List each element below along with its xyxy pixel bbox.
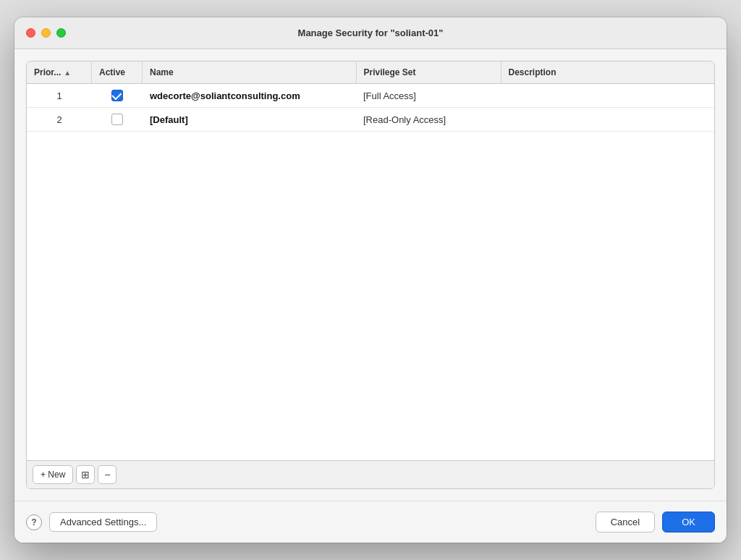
window-title: Manage Security for "soliant-01" [298, 27, 444, 38]
footer-right: Cancel OK [596, 512, 715, 533]
security-table-container: Prior... ▲ Active Name Privilege Set Des… [26, 61, 715, 489]
sort-arrow-icon: ▲ [64, 69, 71, 77]
priority-value-2: 2 [56, 114, 62, 125]
cell-priority-1: 1 [27, 85, 92, 107]
col-header-description[interactable]: Description [501, 61, 715, 83]
main-window: Manage Security for "soliant-01" Prior..… [14, 17, 727, 543]
checkbox-checked-icon[interactable] [111, 90, 123, 101]
advanced-settings-button[interactable]: Advanced Settings... [49, 512, 157, 532]
col-header-privilege[interactable]: Privilege Set [357, 61, 501, 83]
table-header: Prior... ▲ Active Name Privilege Set Des… [27, 61, 714, 84]
cell-active-2[interactable] [92, 108, 143, 131]
col-header-name[interactable]: Name [143, 61, 357, 83]
cell-name-2: [Default] [143, 109, 356, 131]
table-row[interactable]: 2 [Default] [Read-Only Access] [27, 108, 714, 132]
ok-button[interactable]: OK [662, 512, 715, 533]
name-value-2: [Default] [150, 114, 188, 125]
traffic-lights [26, 28, 66, 38]
footer: ? Advanced Settings... Cancel OK [14, 501, 727, 543]
col-header-name-label: Name [150, 67, 174, 77]
table-toolbar: + New ⊞ − [27, 460, 714, 488]
minimize-button[interactable] [41, 28, 51, 38]
col-header-active-label: Active [99, 67, 125, 77]
duplicate-icon: ⊞ [81, 469, 90, 480]
col-header-description-label: Description [509, 67, 556, 77]
duplicate-button[interactable]: ⊞ [76, 465, 95, 484]
remove-icon: − [104, 469, 110, 480]
privilege-value-2: [Read-Only Access] [363, 114, 446, 125]
cancel-button[interactable]: Cancel [596, 512, 655, 533]
close-button[interactable] [26, 28, 35, 38]
window-content: Prior... ▲ Active Name Privilege Set Des… [14, 49, 727, 501]
cell-priority-2: 2 [27, 109, 92, 131]
cell-name-1: wdecorte@soliantconsulting.com [143, 85, 356, 107]
col-header-priority[interactable]: Prior... ▲ [27, 61, 92, 83]
titlebar: Manage Security for "soliant-01" [14, 17, 727, 49]
col-header-active[interactable]: Active [92, 61, 143, 83]
table-body: 1 wdecorte@soliantconsulting.com [Full A… [27, 84, 714, 460]
privilege-value-1: [Full Access] [363, 90, 416, 101]
name-value-1: wdecorte@soliantconsulting.com [150, 90, 300, 101]
col-header-privilege-label: Privilege Set [364, 67, 416, 77]
priority-value-1: 1 [56, 90, 62, 101]
cell-description-1 [501, 90, 714, 101]
new-button[interactable]: + New [33, 465, 73, 484]
cell-privilege-2: [Read-Only Access] [356, 109, 501, 131]
footer-left: ? Advanced Settings... [26, 512, 157, 532]
help-button[interactable]: ? [26, 514, 42, 530]
maximize-button[interactable] [56, 28, 66, 38]
checkbox-unchecked-icon[interactable] [111, 114, 123, 125]
remove-button[interactable]: − [98, 465, 117, 484]
cell-description-2 [501, 114, 714, 125]
cell-privilege-1: [Full Access] [356, 85, 501, 107]
table-row[interactable]: 1 wdecorte@soliantconsulting.com [Full A… [27, 84, 714, 108]
col-header-priority-label: Prior... [34, 67, 61, 77]
cell-active-1[interactable] [92, 84, 143, 107]
